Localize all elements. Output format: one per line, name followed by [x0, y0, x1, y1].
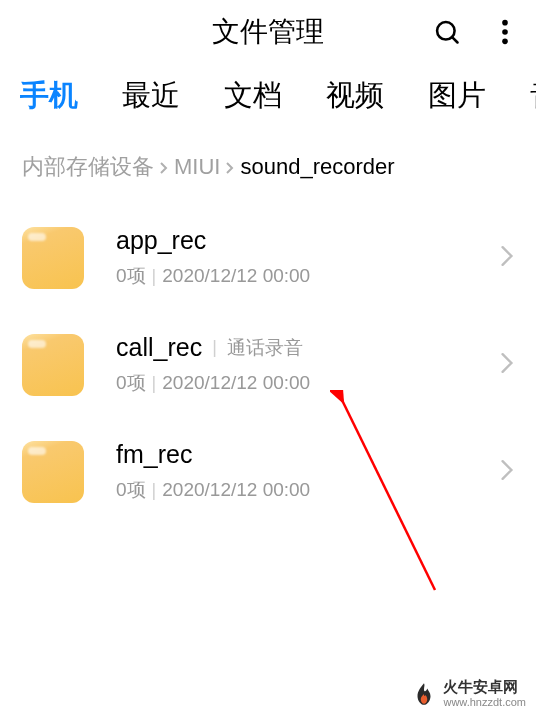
item-meta: 0项 | 2020/12/12 00:00	[116, 370, 468, 396]
divider: |	[212, 337, 217, 358]
chevron-right-icon	[500, 245, 514, 271]
item-meta: 0项 | 2020/12/12 00:00	[116, 477, 468, 503]
flame-icon	[411, 681, 437, 707]
file-list: app_rec 0项 | 2020/12/12 00:00 call_rec |…	[0, 194, 536, 535]
folder-icon	[22, 227, 84, 289]
folder-name: fm_rec	[116, 440, 192, 469]
crumb-miui[interactable]: MIUI	[174, 154, 220, 180]
svg-point-4	[502, 39, 508, 45]
more-icon[interactable]	[490, 17, 520, 47]
breadcrumb: 内部存储设备 MIUI sound_recorder	[0, 124, 536, 194]
divider: |	[152, 373, 157, 394]
item-date: 2020/12/12 00:00	[162, 479, 310, 501]
folder-name: app_rec	[116, 226, 206, 255]
svg-line-1	[452, 37, 457, 42]
tab-audio[interactable]: 音	[530, 76, 536, 116]
search-icon[interactable]	[432, 17, 462, 47]
folder-name: call_rec	[116, 333, 202, 362]
folder-icon	[22, 441, 84, 503]
category-tabs: 手机 最近 文档 视频 图片 音	[0, 64, 536, 124]
folder-tag: 通话录音	[227, 335, 303, 361]
page-title: 文件管理	[212, 13, 324, 51]
divider: |	[152, 480, 157, 501]
tab-phone[interactable]: 手机	[20, 76, 78, 116]
crumb-root[interactable]: 内部存储设备	[22, 152, 154, 182]
watermark-title: 火牛安卓网	[443, 679, 526, 696]
svg-point-2	[502, 20, 508, 26]
folder-icon	[22, 334, 84, 396]
crumb-current: sound_recorder	[240, 154, 394, 180]
divider: |	[152, 266, 157, 287]
watermark-url: www.hnzzdt.com	[443, 696, 526, 708]
item-body: app_rec 0项 | 2020/12/12 00:00	[116, 226, 468, 289]
app-header: 文件管理	[0, 0, 536, 64]
item-title-row: fm_rec	[116, 440, 468, 469]
item-title-row: call_rec | 通话录音	[116, 333, 468, 362]
tab-docs[interactable]: 文档	[224, 76, 282, 116]
item-meta: 0项 | 2020/12/12 00:00	[116, 263, 468, 289]
list-item[interactable]: call_rec | 通话录音 0项 | 2020/12/12 00:00	[0, 311, 536, 418]
watermark: 火牛安卓网 www.hnzzdt.com	[411, 679, 526, 708]
chevron-right-icon	[500, 352, 514, 378]
item-date: 2020/12/12 00:00	[162, 372, 310, 394]
item-body: call_rec | 通话录音 0项 | 2020/12/12 00:00	[116, 333, 468, 396]
tab-image[interactable]: 图片	[428, 76, 486, 116]
item-date: 2020/12/12 00:00	[162, 265, 310, 287]
item-count: 0项	[116, 263, 146, 289]
list-item[interactable]: app_rec 0项 | 2020/12/12 00:00	[0, 204, 536, 311]
svg-point-3	[502, 29, 508, 35]
watermark-text: 火牛安卓网 www.hnzzdt.com	[443, 679, 526, 708]
item-count: 0项	[116, 370, 146, 396]
chevron-right-icon	[224, 156, 236, 179]
chevron-right-icon	[158, 156, 170, 179]
tab-video[interactable]: 视频	[326, 76, 384, 116]
item-title-row: app_rec	[116, 226, 468, 255]
header-actions	[432, 17, 520, 47]
item-count: 0项	[116, 477, 146, 503]
item-body: fm_rec 0项 | 2020/12/12 00:00	[116, 440, 468, 503]
list-item[interactable]: fm_rec 0项 | 2020/12/12 00:00	[0, 418, 536, 525]
chevron-right-icon	[500, 459, 514, 485]
tab-recent[interactable]: 最近	[122, 76, 180, 116]
